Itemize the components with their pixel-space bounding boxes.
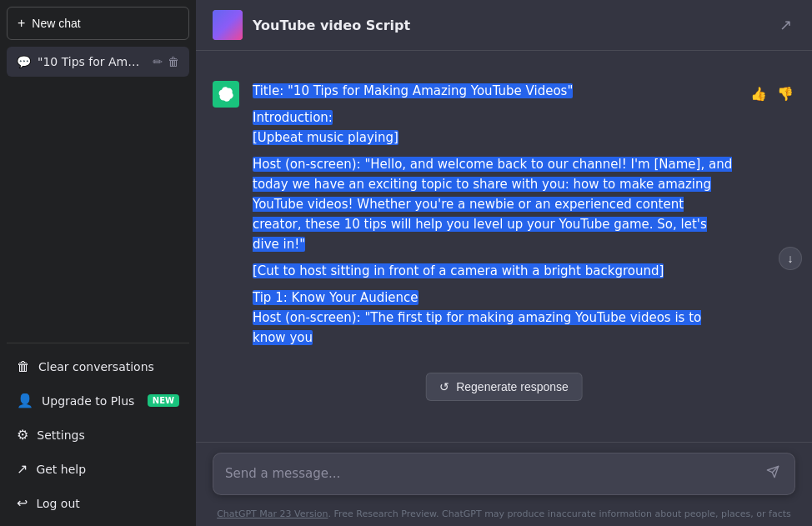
message-tip1: Tip 1: Know Your Audience Host (on-scree… (253, 288, 735, 348)
chat-history-item[interactable]: 💬 "10 Tips for Amazing Yo ✏ 🗑 (7, 47, 189, 77)
page-title: YouTube video Script (253, 18, 410, 33)
message-intro: Introduction: [Upbeat music playing] (253, 108, 735, 148)
new-badge: NEW (148, 394, 179, 407)
footer-description: . Free Research Preview. ChatGPT may pro… (328, 508, 790, 519)
regenerate-label: Regenerate response (456, 380, 569, 393)
settings-item[interactable]: ⚙ Settings (7, 418, 189, 451)
message-cut-line: [Cut to host sitting in front of a camer… (253, 261, 735, 281)
clear-conversations-item[interactable]: 🗑 Clear conversations (7, 350, 189, 383)
regenerate-area: ↺ Regenerate response (196, 368, 812, 393)
thumbs-down-icon: 👎 (777, 87, 794, 101)
logout-item[interactable]: ↩ Log out (7, 487, 189, 519)
logout-icon: ↩ (17, 495, 28, 511)
get-help-label: Get help (36, 463, 86, 476)
thumbs-up-button[interactable]: 👍 (749, 84, 769, 103)
tip1-title-selected: Tip 1: Know Your Audience (253, 290, 419, 305)
external-link-button[interactable]: ↗ (776, 13, 795, 38)
plus-icon: + (18, 16, 25, 31)
message-actions: 👍 👎 (749, 81, 795, 103)
user-icon: 👤 (17, 393, 33, 408)
gpt-avatar (213, 81, 239, 108)
message-input[interactable] (225, 464, 756, 483)
send-icon (766, 465, 779, 483)
delete-icon[interactable]: 🗑 (168, 55, 179, 68)
footer-text: ChatGPT Mar 23 Version. Free Research Pr… (217, 508, 791, 519)
settings-label: Settings (37, 428, 84, 442)
trash-icon: 🗑 (17, 358, 30, 374)
thumbs-down-button[interactable]: 👎 (775, 84, 795, 103)
main-content: YouTube video Script ↗ Title: "10 Tips f… (196, 0, 812, 526)
chat-icon: 💬 (17, 55, 31, 68)
upgrade-to-plus-item[interactable]: 👤 Upgrade to Plus NEW (7, 384, 189, 417)
message-content-inner: Title: "10 Tips for Making Amazing YouTu… (253, 81, 735, 348)
upbeat-selected: [Upbeat music playing] (253, 130, 398, 145)
chat-history: 💬 "10 Tips for Amazing Yo ✏ 🗑 (7, 47, 189, 77)
message-title-line: Title: "10 Tips for Making Amazing YouTu… (253, 81, 735, 101)
regenerate-icon: ↺ (439, 380, 449, 393)
upgrade-label: Upgrade to Plus (42, 394, 134, 408)
clear-conversations-label: Clear conversations (38, 360, 154, 373)
logout-label: Log out (36, 497, 79, 510)
chat-area: Title: "10 Tips for Making Amazing YouTu… (196, 51, 812, 442)
send-button[interactable] (763, 462, 783, 486)
header-actions: ↗ (776, 13, 795, 38)
input-area (196, 442, 812, 505)
chat-header: YouTube video Script ↗ (196, 0, 812, 51)
sidebar: + New chat 💬 "10 Tips for Amazing Yo ✏ 🗑… (0, 0, 196, 526)
sidebar-bottom: 🗑 Clear conversations 👤 Upgrade to Plus … (7, 343, 189, 519)
gear-icon: ⚙ (17, 427, 28, 443)
scroll-down-button[interactable]: ↓ (779, 247, 802, 270)
intro-selected: Introduction: (253, 110, 333, 125)
get-help-item[interactable]: ↗ Get help (7, 453, 189, 485)
sidebar-spacer (7, 80, 189, 339)
host-intro-selected: Host (on-screen): "Hello, and welcome ba… (253, 157, 732, 252)
new-chat-button[interactable]: + New chat (7, 7, 189, 40)
message-host-intro: Host (on-screen): "Hello, and welcome ba… (253, 154, 735, 254)
cut-selected: [Cut to host sitting in front of a camer… (253, 263, 664, 278)
tip1-host-selected: Host (on-screen): "The first tip for mak… (253, 310, 701, 345)
title-selected: Title: "10 Tips for Making Amazing YouTu… (253, 83, 573, 98)
edit-icon[interactable]: ✏ (153, 55, 163, 68)
message-content: Title: "10 Tips for Making Amazing YouTu… (253, 81, 735, 354)
chevron-down-icon: ↓ (788, 252, 794, 265)
external-link-icon: ↗ (17, 461, 28, 477)
avatar-image (213, 10, 243, 40)
thumbs-up-icon: 👍 (750, 87, 767, 101)
message-row: Title: "10 Tips for Making Amazing YouTu… (196, 68, 812, 368)
avatar (213, 10, 243, 40)
scroll-down-container: ↓ (779, 247, 802, 270)
external-link-icon: ↗ (779, 16, 792, 34)
new-chat-label: New chat (32, 17, 80, 30)
regenerate-button[interactable]: ↺ Regenerate response (425, 373, 583, 401)
input-wrapper (213, 453, 795, 495)
footer-link[interactable]: ChatGPT Mar 23 Version (217, 508, 328, 519)
chat-action-icons: ✏ 🗑 (153, 55, 179, 68)
chat-title: "10 Tips for Amazing Yo (38, 55, 146, 68)
header-left: YouTube video Script (213, 10, 410, 40)
footer: ChatGPT Mar 23 Version. Free Research Pr… (196, 505, 812, 526)
